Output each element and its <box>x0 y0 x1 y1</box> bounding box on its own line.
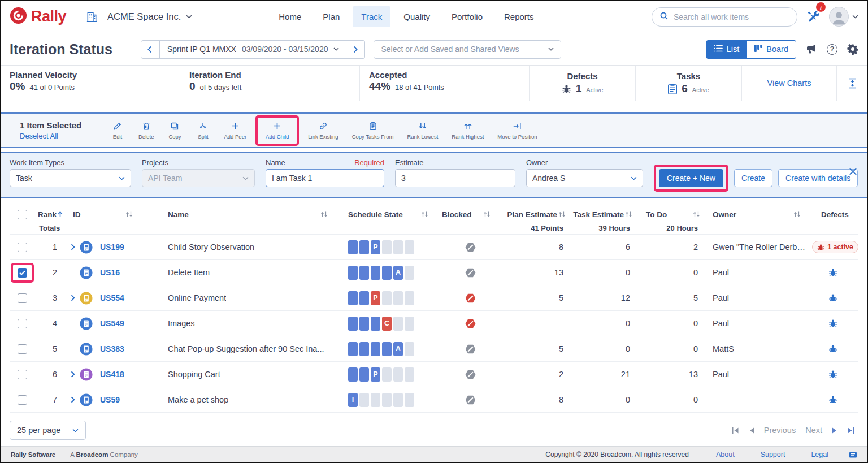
schedule-state-box[interactable] <box>382 240 392 254</box>
schedule-state-box[interactable] <box>348 367 358 382</box>
create-new-button[interactable]: Create + New <box>659 169 723 187</box>
schedule-state-box[interactable] <box>348 266 358 280</box>
column-header-to-do[interactable]: To Do <box>632 207 700 222</box>
schedule-state-box[interactable] <box>382 266 392 280</box>
collapse-summary-icon[interactable] <box>837 66 867 101</box>
schedule-state-box[interactable] <box>382 342 392 356</box>
column-header-defects[interactable]: Defects <box>808 207 858 222</box>
work-item-name[interactable]: Make a pet shop <box>168 395 228 404</box>
schedule-state-box[interactable] <box>348 240 358 254</box>
nav-item-portfolio[interactable]: Portfolio <box>443 6 491 27</box>
work-item-name[interactable]: Delete Item <box>168 268 210 277</box>
prev-iteration-button[interactable] <box>141 40 159 59</box>
bug-icon[interactable] <box>828 395 837 404</box>
footer-link-about[interactable]: About <box>716 451 735 458</box>
row-checkbox[interactable] <box>18 243 27 252</box>
tasks-metric[interactable]: Tasks 6 Active <box>636 66 742 101</box>
bug-icon[interactable] <box>828 268 837 277</box>
owner-select[interactable]: Andrea S <box>526 169 643 187</box>
work-item-name[interactable]: Shopping Cart <box>168 370 220 379</box>
work-item-name[interactable]: Chat Pop-up Suggestion after 90 Sec Ina.… <box>168 344 324 353</box>
first-page-icon[interactable] <box>731 427 740 434</box>
close-icon[interactable] <box>849 167 857 176</box>
last-page-icon[interactable] <box>847 427 855 434</box>
schedule-state-box[interactable] <box>359 240 369 254</box>
schedule-state-box[interactable]: P <box>371 367 380 382</box>
blocked-icon[interactable] <box>465 243 476 252</box>
settings-gear-icon[interactable] <box>847 44 858 55</box>
nav-item-home[interactable]: Home <box>270 6 310 27</box>
nav-item-track[interactable]: Track <box>353 6 390 27</box>
work-item-type-select[interactable]: Task <box>10 169 131 187</box>
schedule-state-box[interactable] <box>348 342 358 356</box>
schedule-state-box[interactable] <box>405 240 414 254</box>
column-header-id[interactable]: ID <box>66 207 140 222</box>
schedule-state-box[interactable] <box>382 291 392 305</box>
defects-metric[interactable]: Defects 1 Active <box>530 66 636 101</box>
nav-item-reports[interactable]: Reports <box>496 6 542 27</box>
search-box[interactable] <box>652 7 797 27</box>
schedule-state-box[interactable] <box>393 393 403 407</box>
iteration-dropdown[interactable]: Sprint IP Q1 MMXX 03/09/2020 - 03/15/202… <box>159 40 346 59</box>
column-header-task-estimate[interactable]: Task Estimate <box>566 207 632 222</box>
name-input[interactable] <box>266 169 384 187</box>
create-button[interactable]: Create <box>734 169 772 187</box>
footer-link-legal[interactable]: Legal <box>811 451 828 458</box>
workspace-selector[interactable]: ACME Space Inc. <box>107 11 192 22</box>
sort-icon[interactable] <box>625 211 632 218</box>
sort-icon[interactable] <box>125 211 133 218</box>
select-all-checkbox[interactable] <box>18 210 27 219</box>
schedule-state-box[interactable] <box>405 393 414 407</box>
sort-icon[interactable] <box>483 211 491 218</box>
next-page-icon[interactable] <box>832 427 837 434</box>
schedule-state-box[interactable] <box>405 317 414 331</box>
next-iteration-button[interactable] <box>346 40 365 59</box>
sort-icon[interactable] <box>793 211 801 218</box>
schedule-state-box[interactable] <box>371 393 380 407</box>
defects-badge[interactable]: 1 active <box>812 241 858 253</box>
customize-tools-icon[interactable] <box>806 10 821 24</box>
search-input[interactable] <box>674 12 789 21</box>
column-header-plan-estimate[interactable]: Plan Estimate <box>495 207 566 222</box>
schedule-state-box[interactable] <box>405 367 414 382</box>
add-child-button[interactable]: Add Child <box>260 118 294 143</box>
previous-link[interactable]: Previous <box>764 426 796 435</box>
copy-button[interactable]: Copy <box>162 118 188 143</box>
work-item-id-link[interactable]: US16 <box>100 268 120 277</box>
work-item-id-link[interactable]: US549 <box>100 319 124 328</box>
blocked-icon[interactable] <box>465 344 476 354</box>
work-item-name[interactable]: Child Story Observation <box>168 243 254 252</box>
expand-chevron-icon[interactable] <box>71 371 75 378</box>
work-item-id-link[interactable]: US383 <box>100 344 124 353</box>
schedule-state-box[interactable] <box>348 317 358 331</box>
estimate-input[interactable] <box>395 169 515 187</box>
view-charts-button[interactable]: View Charts <box>742 66 837 101</box>
expand-chevron-icon[interactable] <box>71 396 75 403</box>
schedule-state-box[interactable] <box>371 266 380 280</box>
schedule-state-box[interactable] <box>405 342 414 356</box>
deselect-all-link[interactable]: Deselect All <box>20 132 105 140</box>
nav-item-plan[interactable]: Plan <box>314 6 348 27</box>
schedule-state-box[interactable] <box>393 367 403 382</box>
next-link[interactable]: Next <box>805 426 822 435</box>
schedule-state-box[interactable] <box>359 291 369 305</box>
row-checkbox[interactable] <box>18 344 27 354</box>
user-menu[interactable] <box>829 7 858 27</box>
column-header-owner[interactable]: Owner <box>700 207 808 222</box>
schedule-state-box[interactable] <box>359 317 369 331</box>
work-item-id-link[interactable]: US418 <box>100 370 124 379</box>
create-with-details-button[interactable]: Create with details <box>778 169 858 187</box>
help-icon[interactable]: ? <box>827 44 837 55</box>
schedule-state-box[interactable] <box>359 342 369 356</box>
bug-icon[interactable] <box>828 293 837 302</box>
schedule-state-box[interactable]: P <box>371 291 380 305</box>
column-header-rank[interactable]: Rank <box>34 207 66 222</box>
expand-chevron-icon[interactable] <box>71 295 75 301</box>
schedule-state-box[interactable]: I <box>348 393 358 407</box>
blocked-icon[interactable] <box>465 395 476 405</box>
sort-icon[interactable] <box>558 211 566 218</box>
column-header-blocked[interactable]: Blocked <box>434 207 495 222</box>
link-existing-button[interactable]: Link Existing <box>302 118 344 143</box>
work-item-id-link[interactable]: US59 <box>100 395 120 404</box>
work-item-id-link[interactable]: US554 <box>100 293 124 302</box>
